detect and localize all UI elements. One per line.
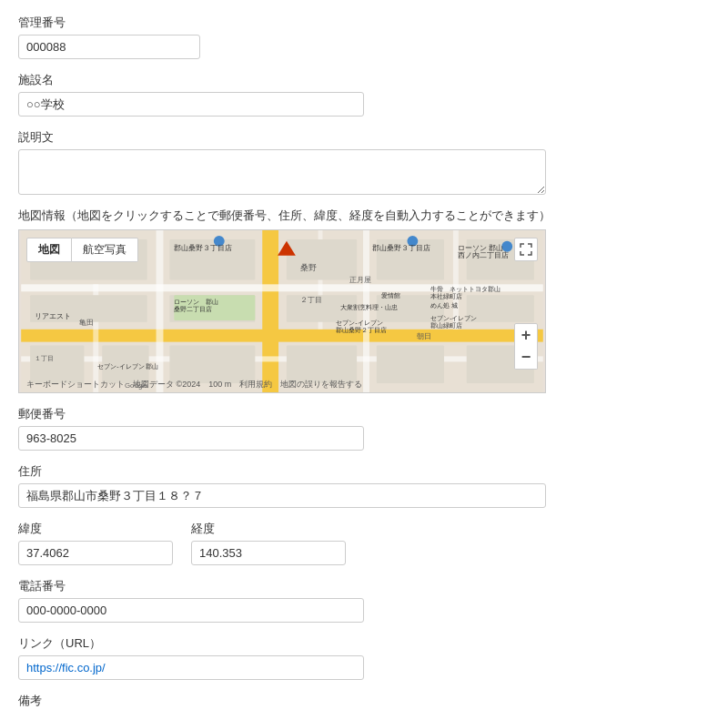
link-input[interactable] [18,655,364,680]
svg-rect-24 [377,346,444,384]
svg-text:郡山桑野３丁目店: 郡山桑野３丁目店 [174,244,232,252]
address-group: 住所 [18,463,710,508]
svg-text:桑野: 桑野 [300,264,317,273]
svg-text:亀田: 亀田 [80,319,95,327]
expand-icon [520,243,532,256]
svg-text:セブン-イレブン: セブン-イレブン [336,320,382,326]
management-number-label: 管理番号 [18,15,710,31]
map-tab-map[interactable]: 地図 [26,238,72,262]
svg-rect-2 [21,330,543,342]
longitude-label: 経度 [191,521,346,537]
address-label: 住所 [18,463,710,480]
map-container[interactable]: 地図 航空写真 + − [18,229,546,393]
postal-code-label: 郵便番号 [18,406,710,422]
longitude-input[interactable] [191,541,346,565]
svg-rect-6 [363,230,369,392]
longitude-group: 経度 [191,521,346,565]
notes-label: 備考 [18,693,710,709]
phone-input[interactable] [18,598,364,623]
page-container: 管理番号 施設名 説明文 地図情報（地図をクリックすることで郵便番号、住所、緯度… [0,0,728,710]
address-input[interactable] [18,483,546,508]
svg-rect-22 [169,346,255,384]
svg-text:西ノ内二丁目店: 西ノ内二丁目店 [458,251,509,259]
svg-rect-20 [30,346,84,384]
svg-text:２丁目: ２丁目 [300,296,322,304]
svg-text:１丁目: １丁目 [35,355,54,361]
management-number-group: 管理番号 [18,15,710,59]
description-label: 説明文 [18,129,710,146]
management-number-input[interactable] [18,35,200,59]
svg-text:めん処 城: めん処 城 [430,302,458,309]
postal-code-group: 郵便番号 [18,406,710,451]
link-group: リンク（URL） [18,635,710,680]
postal-code-input[interactable] [18,426,364,451]
svg-text:セブン-イレブン: セブン-イレブン [430,315,477,321]
latitude-group: 緯度 [18,521,173,565]
svg-text:正月屋: 正月屋 [349,276,371,284]
svg-text:愛情館: 愛情館 [381,292,400,299]
map-zoom-out-button[interactable]: − [514,346,538,370]
description-input[interactable] [18,149,546,195]
map-footer: キーボードショートカット 地図データ ©2024 100 m 利用規約 地図の誤… [26,379,362,390]
description-group: 説明文 [18,129,710,195]
svg-text:桑野二丁目店: 桑野二丁目店 [174,306,212,312]
svg-text:郡山桑野３丁目店: 郡山桑野３丁目店 [372,244,430,252]
map-info-label: 地図情報（地図をクリックすることで郵便番号、住所、緯度、経度を自動入力することが… [18,208,710,224]
map-tab-aerial[interactable]: 航空写真 [72,238,138,262]
facility-name-label: 施設名 [18,72,710,88]
svg-text:本社緑町店: 本社緑町店 [430,293,462,299]
svg-text:リアエスト: リアエスト [35,312,71,320]
facility-name-input[interactable] [18,92,364,117]
map-expand-button[interactable] [514,238,538,261]
map-tabs: 地図 航空写真 [26,238,138,262]
svg-text:郡山桑野２丁目店: 郡山桑野２丁目店 [336,327,387,333]
link-label: リンク（URL） [18,635,710,652]
svg-text:郡山緑町店: 郡山緑町店 [430,322,462,329]
phone-group: 電話番号 [18,578,710,623]
svg-rect-4 [21,356,543,361]
latitude-input[interactable] [18,541,173,565]
svg-text:ローソン　郡山: ローソン 郡山 [174,299,218,305]
phone-label: 電話番号 [18,578,710,594]
svg-rect-12 [287,239,357,280]
latitude-label: 緯度 [18,521,173,537]
notes-group: 備考 [18,693,710,710]
svg-text:大衆割烹料理・山忠: 大衆割烹料理・山忠 [340,304,398,311]
svg-text:セブン-イレブン 郡山: セブン-イレブン 郡山 [97,363,158,370]
svg-text:朝日: 朝日 [417,332,431,340]
svg-rect-1 [262,230,278,392]
facility-name-group: 施設名 [18,72,710,117]
svg-rect-23 [287,346,357,384]
map-zoom-in-button[interactable]: + [514,323,538,347]
coords-row: 緯度 経度 [18,521,710,565]
svg-text:牛骨　ネットトヨタ郡山: 牛骨 ネットトヨタ郡山 [430,286,500,293]
